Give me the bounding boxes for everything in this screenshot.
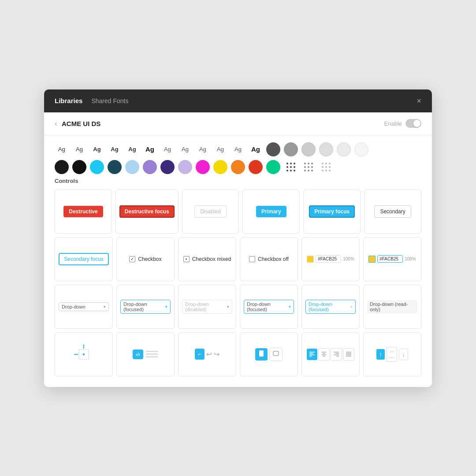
checkbox-mixed[interactable]: ▪ Checkbox mixed (183, 256, 231, 262)
color-circle-yellow (213, 160, 227, 174)
crosshair-cell (55, 332, 113, 376)
dropdown-control[interactable]: Drop-down ▾ (59, 302, 109, 311)
dropdown-focused3-control[interactable]: Drop-down (focused) ▾ (305, 300, 356, 314)
svg-point-16 (308, 170, 309, 171)
phone-icon-active[interactable] (255, 348, 268, 361)
svg-point-3 (286, 166, 288, 168)
primary-focus-button[interactable]: Primary focus (309, 205, 355, 218)
dropdown-focused2-arrow: ▾ (289, 305, 291, 309)
color-swatch-focused (368, 256, 376, 263)
color-circle-magenta (196, 160, 210, 174)
destructive-button[interactable]: Destructive (63, 206, 103, 217)
ag-swatch: Ag (125, 146, 139, 152)
dropdown-focused-cell: Drop-down (focused) ▾ (116, 285, 175, 329)
secondary-focus-cell: Secondary focus (55, 237, 113, 281)
gray-circle-1 (266, 142, 280, 156)
code-lines-cell: ‹/› (116, 332, 175, 376)
svg-point-7 (290, 170, 292, 171)
controls-row-1: Destructive Destructive focus Disabled P… (55, 190, 421, 234)
redo-icon[interactable]: ↪ (214, 350, 219, 358)
dropdown-focused2-control[interactable]: Drop-down (focused) ▾ (244, 300, 294, 314)
color-circle-lightblue (125, 160, 139, 174)
checkbox-mixed-cell: ▪ Checkbox mixed (178, 237, 236, 281)
checkbox-box-mixed[interactable]: ▪ (183, 256, 190, 262)
back-button[interactable]: ‹ (55, 119, 57, 128)
svg-point-22 (325, 166, 327, 168)
svg-point-10 (308, 163, 309, 164)
color-circle-green (266, 160, 280, 174)
align-up-btn[interactable]: ↑ (376, 349, 385, 360)
svg-point-21 (322, 166, 324, 168)
enable-label: Enable (384, 120, 402, 127)
secondary-button[interactable]: Secondary (374, 205, 411, 218)
svg-point-9 (304, 163, 306, 164)
enable-toggle[interactable] (405, 119, 421, 128)
undo-icon[interactable]: ↩ (206, 350, 212, 358)
line-1 (146, 351, 158, 352)
svg-point-14 (311, 166, 313, 168)
lines-panel (146, 351, 158, 357)
svg-point-20 (329, 163, 331, 164)
controls-row-4: ‹/› ⌐ ↩ ↪ (55, 332, 421, 376)
ag-swatch: Ag (55, 146, 69, 152)
dropdown-focused2-cell: Drop-down (focused) ▾ (240, 285, 298, 329)
gray-circle-4 (319, 142, 333, 156)
svg-point-4 (290, 166, 292, 168)
secondary-focus-button[interactable]: Secondary focus (59, 253, 108, 265)
color-input-cell: 100% (301, 237, 360, 281)
dropdown-disabled-label: Drop-down (disabled) (185, 301, 225, 312)
svg-point-11 (311, 163, 313, 164)
color-circle-black1 (55, 160, 69, 174)
destructive-cell: Destructive (55, 190, 112, 234)
ag-swatch: Ag (90, 146, 104, 152)
destructive-focus-cell: Destructive focus (115, 190, 178, 234)
align-justify[interactable] (343, 348, 354, 361)
dropdown-focused-control[interactable]: Drop-down (focused) ▾ (120, 300, 171, 314)
tablet-icon[interactable] (269, 348, 283, 361)
color-circle-lightpurple (178, 160, 192, 174)
color-input-focused-row: 100% (368, 255, 416, 263)
color-circle-orange (231, 160, 245, 174)
corner-icon[interactable]: ⌐ (195, 349, 205, 360)
color-circle-cyan (90, 160, 104, 174)
color-circle-red (249, 160, 263, 174)
ag-swatch: Ag (108, 146, 122, 152)
disabled-cell: Disabled (182, 190, 239, 234)
align-left-active[interactable] (307, 349, 317, 360)
color-hex-input-focused[interactable] (377, 255, 403, 263)
checkbox-checked[interactable]: ✓ Checkbox (129, 256, 161, 262)
align-right[interactable] (331, 348, 342, 361)
grid-icon-medium (301, 160, 316, 174)
destructive-focus-button[interactable]: Destructive focus (119, 205, 175, 218)
svg-point-23 (329, 166, 331, 168)
svg-point-13 (308, 166, 309, 168)
svg-point-25 (325, 170, 327, 171)
svg-point-12 (304, 166, 306, 168)
primary-button[interactable]: Primary (256, 206, 286, 217)
checkbox-box-off[interactable] (249, 256, 255, 262)
svg-point-2 (294, 163, 295, 164)
shared-fonts-tab[interactable]: Shared Fonts (91, 97, 128, 104)
code-button[interactable]: ‹/› (133, 350, 143, 359)
color-circle-purple (143, 160, 157, 174)
dropdown-disabled-arrow: ▾ (227, 305, 229, 309)
align-center[interactable] (318, 348, 330, 361)
gray-circle-5 (337, 142, 351, 156)
primary-cell: Primary (242, 190, 300, 234)
dropdown-focused-label: Drop-down (focused) (123, 301, 164, 312)
checkbox-off[interactable]: Checkbox off (249, 256, 289, 262)
checkbox-box-checked[interactable]: ✓ (129, 256, 135, 262)
controls-label: Controls (55, 178, 421, 184)
align-text-cell (301, 332, 360, 376)
dropdown-readonly-label: Drop-down (read-only) (370, 301, 415, 312)
align-distribute-btn[interactable]: — — (387, 347, 397, 362)
color-input-row: 100% (307, 255, 354, 263)
panel-title: Libraries (55, 97, 82, 104)
close-button[interactable]: × (416, 97, 421, 105)
checkbox-off-label: Checkbox off (258, 256, 289, 262)
panel-subheader: ‹ ACME UI DS Enable (44, 112, 432, 135)
color-hex-input[interactable] (316, 255, 341, 263)
dropdown-focused3-label: Drop-down (focused) (309, 301, 349, 312)
align-down-btn[interactable]: ↓ (399, 349, 408, 360)
ag-swatch-bold2: Ag (249, 145, 263, 153)
